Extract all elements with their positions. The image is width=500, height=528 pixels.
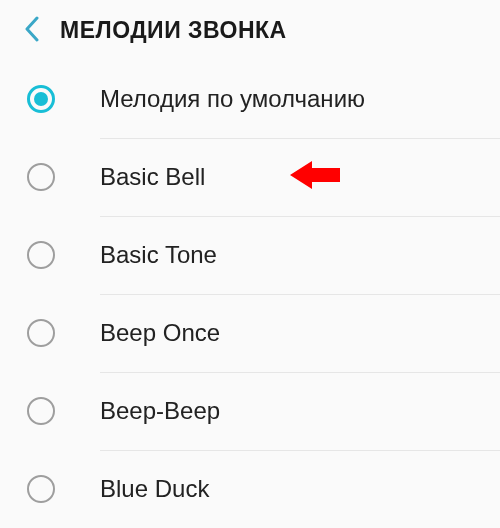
svg-marker-0 [290,161,340,189]
ringtone-item-default[interactable]: Мелодия по умолчанию [0,60,500,138]
radio-unselected-icon [27,319,55,347]
radio-button[interactable] [26,474,56,504]
radio-button[interactable] [26,162,56,192]
radio-unselected-icon [27,397,55,425]
app-header: МЕЛОДИИ ЗВОНКА [0,0,500,60]
ringtone-item-basic-bell[interactable]: Basic Bell [0,138,500,216]
ringtone-item-beep-beep[interactable]: Beep-Beep [0,372,500,450]
back-button[interactable] [12,10,52,50]
ringtone-item-beep-once[interactable]: Beep Once [0,294,500,372]
radio-unselected-icon [27,241,55,269]
arrow-left-icon [290,159,340,195]
ringtone-label: Basic Bell [100,163,205,191]
ringtone-list: Мелодия по умолчанию Basic Bell Basic To… [0,60,500,528]
radio-button[interactable] [26,396,56,426]
ringtone-label: Beep-Beep [100,397,220,425]
ringtone-item-basic-tone[interactable]: Basic Tone [0,216,500,294]
chevron-left-icon [24,16,40,45]
ringtone-label: Мелодия по умолчанию [100,85,365,113]
radio-button[interactable] [26,84,56,114]
page-title: МЕЛОДИИ ЗВОНКА [60,17,287,44]
ringtone-label: Blue Duck [100,475,209,503]
ringtone-label: Beep Once [100,319,220,347]
ringtone-label: Basic Tone [100,241,217,269]
ringtone-item-blue-duck[interactable]: Blue Duck [0,450,500,528]
radio-unselected-icon [27,475,55,503]
radio-button[interactable] [26,318,56,348]
radio-unselected-icon [27,163,55,191]
radio-selected-icon [27,85,55,113]
radio-button[interactable] [26,240,56,270]
